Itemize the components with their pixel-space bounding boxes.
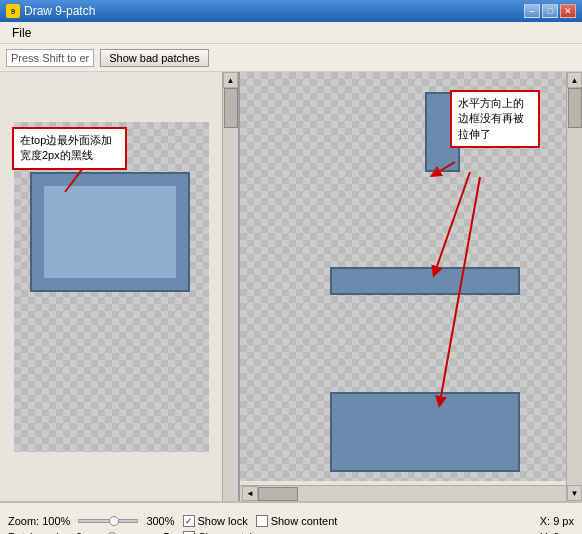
show-patches-checkbox[interactable] (183, 531, 195, 535)
show-content-label: Show content (271, 515, 338, 527)
status-bar: Zoom: 100% 300% Show lock Show content X… (0, 502, 582, 534)
show-lock-item: Show lock (183, 515, 248, 527)
main-area: 在top边最外面添加宽度2px的黑线 ▲ 水平 (0, 72, 582, 502)
zoom-slider-thumb[interactable] (109, 516, 119, 526)
zoom-label: Zoom: 100% (8, 515, 70, 527)
title-bar: 9 Draw 9-patch – □ ✕ (0, 0, 582, 22)
show-content-checkbox[interactable] (256, 515, 268, 527)
zoom-slider[interactable] (78, 519, 138, 523)
show-bad-patches-button[interactable]: Show bad patches (100, 49, 209, 67)
wide-horizontal-bar-1 (330, 267, 520, 295)
app-icon: 9 (6, 4, 20, 18)
left-scrollbar-v[interactable]: ▲ (222, 72, 238, 501)
file-menu[interactable]: File (4, 24, 39, 42)
patch-image-left (30, 172, 190, 292)
right-scroll-thumb-v[interactable] (568, 88, 582, 128)
hint-text: Press Shift to er (6, 49, 94, 67)
show-patches-item: Show patches (183, 531, 267, 535)
left-panel: 在top边最外面添加宽度2px的黑线 ▲ (0, 72, 240, 501)
title-bar-left: 9 Draw 9-patch (6, 4, 95, 18)
x-coord: X: 9 px (540, 515, 574, 527)
large-bottom-rect (330, 392, 520, 472)
y-coord: Y: 0 px (540, 531, 574, 535)
scroll-thumb-v[interactable] (224, 88, 238, 128)
status-row-1: Zoom: 100% 300% Show lock Show content X… (8, 515, 574, 527)
xy-coords: X: 9 px (540, 515, 574, 527)
close-button[interactable]: ✕ (560, 4, 576, 18)
scroll-up-btn[interactable]: ▲ (223, 72, 238, 88)
patch-image-inner (44, 186, 176, 278)
status-row-2: Patch scale: 2x 5x Show patches Y: 0 px (8, 531, 574, 535)
callout-right: 水平方向上的边框没有再被拉伸了 (450, 90, 540, 148)
right-scroll-up-btn[interactable]: ▲ (567, 72, 582, 88)
right-scroll-down-btn[interactable]: ▼ (567, 485, 582, 501)
zoom-max-label: 300% (146, 515, 174, 527)
patch-scale-max: 5x (164, 531, 176, 535)
callout-left: 在top边最外面添加宽度2px的黑线 (12, 127, 127, 170)
menu-bar: File (0, 22, 582, 44)
show-content-item: Show content (256, 515, 338, 527)
right-scrollbar-v[interactable]: ▲ ▼ (566, 72, 582, 501)
patch-scale-value: 2x (76, 531, 88, 535)
right-scroll-left-btn[interactable]: ◄ (242, 486, 258, 501)
toolbar: Press Shift to er Show bad patches (0, 44, 582, 72)
patch-scale-label: Patch scale: (8, 531, 68, 535)
show-lock-checkbox[interactable] (183, 515, 195, 527)
title-buttons: – □ ✕ (524, 4, 576, 18)
show-lock-label: Show lock (198, 515, 248, 527)
y-coord-wrapper: Y: 0 px (540, 531, 574, 535)
window-title: Draw 9-patch (24, 4, 95, 18)
right-scroll-thumb-h[interactable] (258, 487, 298, 501)
maximize-button[interactable]: □ (542, 4, 558, 18)
right-panel: 水平方向上的边框没有再被拉伸了 ▲ ▼ ◄ (240, 72, 582, 501)
show-patches-label: Show patches (198, 531, 267, 535)
minimize-button[interactable]: – (524, 4, 540, 18)
right-scrollbar-h[interactable]: ◄ (240, 485, 566, 501)
